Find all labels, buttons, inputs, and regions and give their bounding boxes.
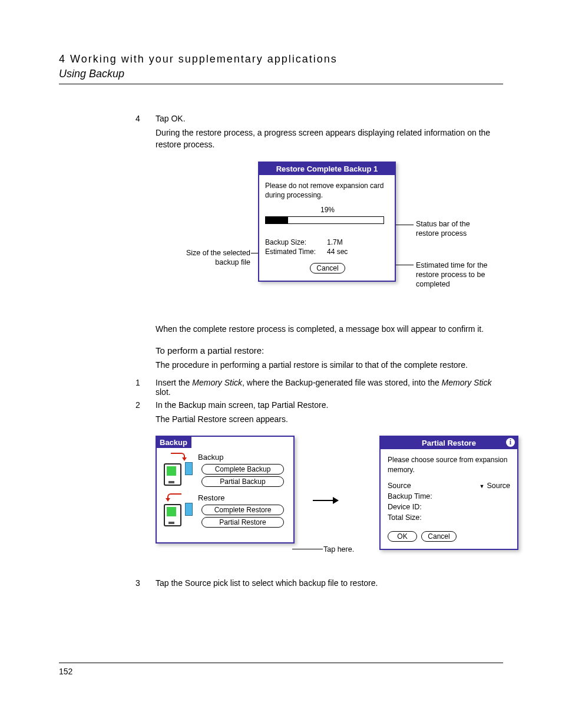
source-picklist[interactable]: Source xyxy=(479,482,510,490)
group-label: Restore xyxy=(198,493,289,502)
step-3: 3 Tap the Source pick list to select whi… xyxy=(135,578,503,588)
cancel-button[interactable]: Cancel xyxy=(310,263,345,274)
restore-progress-window: Restore Complete Backup 1 Please do not … xyxy=(258,162,396,282)
procedure-heading: To perform a partial restore: xyxy=(156,345,503,355)
step-4: 4 Tap OK. During the restore process, a … xyxy=(135,114,503,158)
window-title: Restore Complete Backup 1 xyxy=(259,163,395,175)
backup-size-value: 1.7M xyxy=(327,238,343,246)
chapter-title: 4 Working with your supplementary applic… xyxy=(59,53,503,65)
complete-backup-button[interactable]: Complete Backup xyxy=(201,464,284,475)
progress-fill xyxy=(266,217,288,223)
info-icon[interactable]: i xyxy=(506,438,515,447)
callout-backup-size: Size of the selected backup file xyxy=(168,248,250,268)
step-number: 1 xyxy=(135,378,156,397)
complete-restore-button[interactable]: Complete Restore xyxy=(201,505,284,515)
memory-card-icon xyxy=(185,503,193,516)
backup-icon xyxy=(161,453,197,486)
window-title: Backup xyxy=(156,436,191,448)
step-number: 4 xyxy=(135,114,156,158)
step-paragraph: The Partial Restore screen appears. xyxy=(156,413,503,425)
figure-partial-restore: Backup Backup Complete Backup Partial Ba… xyxy=(156,436,503,571)
partial-restore-window: Partial Restore i Please choose source f… xyxy=(379,436,518,549)
progress-percent: 19% xyxy=(265,206,390,214)
callout-status-bar: Status bar of the restore process xyxy=(416,219,492,239)
backup-time-row: Backup Time: xyxy=(388,492,510,500)
memory-card-icon xyxy=(185,462,193,475)
body-content: 4 Tap OK. During the restore process, a … xyxy=(135,114,503,588)
estimated-time-row: Estimated Time: 44 sec xyxy=(265,248,390,256)
step-text: Tap OK. xyxy=(156,114,186,123)
device-id-row: Device ID: xyxy=(388,503,510,511)
page-number: 152 xyxy=(59,667,72,676)
backup-group: Backup Complete Backup Partial Backup xyxy=(161,453,289,489)
cancel-button[interactable]: Cancel xyxy=(421,531,456,542)
backup-main-window: Backup Backup Complete Backup Partial Ba… xyxy=(156,436,295,543)
instruction-text: Please choose source from expansion memo… xyxy=(388,455,510,474)
step-2: 2 In the Backup main screen, tap Partial… xyxy=(135,400,503,432)
backup-size-row: Backup Size: 1.7M xyxy=(265,238,390,246)
device-icon xyxy=(164,463,181,486)
step-1: 1 Insert the Memory Stick, where the Bac… xyxy=(135,378,503,397)
group-label: Backup xyxy=(198,453,289,462)
callout-line xyxy=(292,549,323,549)
device-icon xyxy=(164,504,181,526)
step-paragraph: During the restore process, a progress s… xyxy=(156,127,503,151)
restore-group: Restore Complete Restore Partial Restore xyxy=(161,493,289,529)
source-row: Source Source xyxy=(388,482,510,490)
manual-page: 4 Working with your supplementary applic… xyxy=(0,0,562,728)
backup-size-label: Backup Size: xyxy=(265,238,327,246)
arrow-icon xyxy=(313,495,339,504)
restore-icon xyxy=(161,493,197,526)
ok-button[interactable]: OK xyxy=(388,531,417,542)
page-footer: 152 xyxy=(59,663,503,676)
step-text: Insert the Memory Stick, where the Backu… xyxy=(156,378,503,397)
total-size-row: Total Size: xyxy=(388,513,510,522)
step-text: Tap the Source pick list to select which… xyxy=(156,578,503,588)
figure-restore-progress: Size of the selected backup file Status … xyxy=(135,162,503,309)
step-number: 3 xyxy=(135,578,156,588)
warning-message: Please do not remove expansion card duri… xyxy=(265,181,390,200)
step-text: In the Backup main screen, tap Partial R… xyxy=(156,400,328,410)
callout-estimated-time: Estimated time for the restore process t… xyxy=(416,261,510,289)
page-header: 4 Working with your supplementary applic… xyxy=(59,53,503,84)
post-figure-paragraph: When the complete restore process is com… xyxy=(156,323,503,335)
step-number: 2 xyxy=(135,400,156,432)
partial-backup-button[interactable]: Partial Backup xyxy=(201,476,284,487)
estimated-time-label: Estimated Time: xyxy=(265,248,327,256)
window-title: Partial Restore i xyxy=(381,437,517,449)
progress-bar xyxy=(265,216,384,224)
section-title: Using Backup xyxy=(59,68,503,80)
partial-restore-button[interactable]: Partial Restore xyxy=(201,517,284,528)
procedure-intro: The procedure in performing a partial re… xyxy=(156,359,503,371)
source-label: Source xyxy=(388,482,411,490)
callout-tap-here: Tap here. xyxy=(323,545,354,554)
estimated-time-value: 44 sec xyxy=(327,248,348,256)
